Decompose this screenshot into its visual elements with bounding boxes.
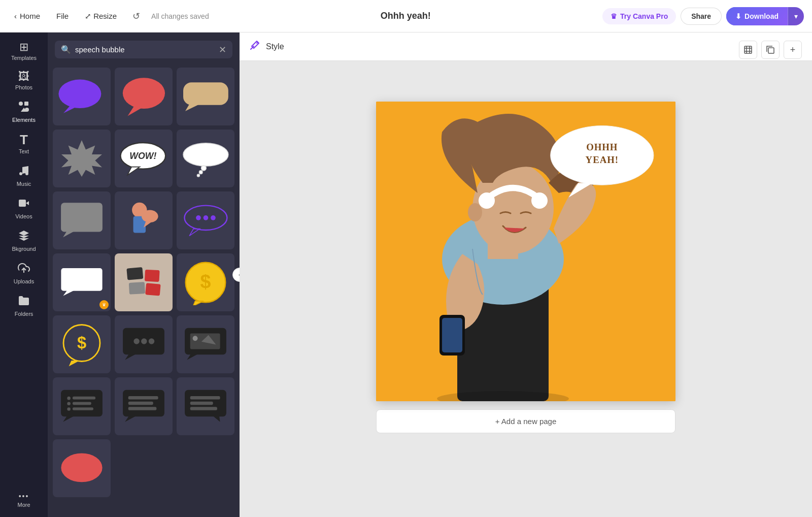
style-toolbar: Style [240,33,812,61]
svg-marker-56 [63,415,75,422]
canvas-speech-bubble[interactable]: OHHH YEAH! [549,122,660,198]
svg-point-0 [19,102,23,106]
file-button[interactable]: File [50,9,75,23]
sidebar-item-music[interactable]: Music [0,159,48,192]
element-dollar-outline-bubble[interactable]: $ [53,315,111,373]
svg-point-49 [149,338,154,344]
element-purple-speech-bubble[interactable] [53,68,111,125]
svg-point-17 [183,143,228,166]
canvas-toolbar: + [739,41,802,59]
svg-point-18 [201,166,206,171]
sidebar-item-text[interactable]: T Text [0,128,48,159]
crown-icon: ♛ [611,12,617,20]
svg-rect-21 [61,203,103,232]
svg-point-47 [133,338,139,344]
frame-tool-button[interactable] [739,41,757,59]
more-icon: ••• [19,493,29,500]
element-white-oval-bubble[interactable] [177,130,234,187]
element-dollar-yellow-bubble[interactable]: $ [177,253,234,311]
elements-panel: 🔍 ✕ [48,33,240,517]
add-tool-button[interactable]: + [784,41,802,59]
download-caret-button[interactable]: ▾ [788,7,804,25]
svg-point-29 [196,215,201,220]
style-label: Style [266,42,284,51]
svg-rect-72 [190,407,217,410]
search-icon: 🔍 [61,45,71,54]
search-input[interactable] [75,45,215,54]
search-input-wrap: 🔍 ✕ [55,41,232,58]
resize-button[interactable]: ⤢ Resize [79,9,123,24]
element-black-dots-bubble[interactable] [115,315,173,373]
element-red-speech-bubble[interactable] [115,68,173,125]
sidebar-item-videos[interactable]: Videos [0,192,48,224]
download-icon: ⬇ [735,12,741,20]
svg-point-30 [203,215,208,220]
style-magic-icon [250,40,260,53]
element-wow-bubble[interactable]: WOW! [115,130,173,187]
try-pro-button[interactable]: ♛ Try Canva Pro [602,8,676,24]
header-center: Ohhh yeah! [215,11,596,21]
element-red-bottom-bubble[interactable] [53,439,111,497]
svg-text:OHHH: OHHH [586,142,618,152]
chevron-left-icon: ‹ [14,12,17,20]
sidebar-item-photos[interactable]: 🖼 Photos [0,66,48,95]
element-white-flat-bubble[interactable]: ♛ [53,253,111,311]
svg-rect-75 [768,48,774,53]
element-typing-bubble[interactable] [177,191,234,249]
svg-point-19 [199,170,202,173]
svg-rect-4 [19,200,26,207]
svg-marker-41 [193,301,203,305]
svg-rect-58 [73,396,95,399]
element-gray-rect-bubble[interactable] [53,191,111,249]
element-multipart-bubble[interactable] [115,253,173,311]
svg-rect-65 [128,396,158,400]
svg-marker-13 [61,140,102,177]
element-cartoon-person-bubble[interactable] [115,191,173,249]
svg-point-3 [25,108,29,112]
undo-button[interactable]: ↺ [127,7,145,25]
sidebar-item-folders[interactable]: Folders [0,289,48,322]
element-black-small-dots-bubble[interactable] [177,377,234,435]
copy-tool-button[interactable] [761,41,780,59]
svg-marker-33 [63,290,75,296]
svg-text:YEAH!: YEAH! [586,154,619,165]
share-button[interactable]: Share [681,8,721,24]
clear-search-button[interactable]: ✕ [219,45,226,54]
svg-rect-36 [145,270,160,282]
element-spiky-bubble[interactable] [53,130,111,187]
pro-badge: ♛ [99,300,109,309]
design-canvas[interactable]: OHHH YEAH! [376,102,675,401]
element-black-image-bubble[interactable] [177,315,234,373]
sidebar-item-uploads[interactable]: Uploads [0,257,48,289]
download-main-button[interactable]: ⬇ Download [726,7,788,25]
sidebar-item-templates[interactable]: ⊞ Templates [0,37,48,66]
svg-marker-15 [127,167,140,175]
element-tan-speech-bubble[interactable] [177,68,234,125]
add-page-button[interactable]: + Add a new page [376,409,675,433]
header-right: ♛ Try Canva Pro Share ⬇ Download ▾ [602,7,804,25]
svg-point-31 [211,215,216,220]
svg-rect-60 [73,402,91,405]
svg-marker-46 [125,353,137,360]
svg-text:$: $ [77,333,86,352]
svg-point-9 [122,78,164,109]
sidebar-item-background[interactable]: Bkground [0,224,48,257]
svg-rect-74 [745,46,752,53]
download-label: Download [745,12,779,20]
sidebar-item-elements[interactable]: Elements [0,95,48,128]
svg-rect-37 [129,282,145,295]
svg-point-83 [479,192,495,209]
element-black-lines-bubble[interactable] [115,377,173,435]
resize-icon: ⤢ [85,12,91,21]
header: ‹ Home File ⤢ Resize ↺ All changes saved… [0,0,812,33]
svg-point-57 [67,396,71,400]
home-button[interactable]: ‹ Home [8,9,46,23]
svg-rect-66 [128,401,153,405]
sidebar-item-more[interactable]: ••• More [0,488,48,513]
svg-point-59 [67,402,71,405]
header-left: ‹ Home File ⤢ Resize ↺ All changes saved [8,7,209,25]
svg-rect-82 [442,318,462,352]
element-black-list-bubble[interactable] [53,377,111,435]
sidebar-text-label: Text [19,148,29,154]
document-title[interactable]: Ohhh yeah! [381,11,431,21]
